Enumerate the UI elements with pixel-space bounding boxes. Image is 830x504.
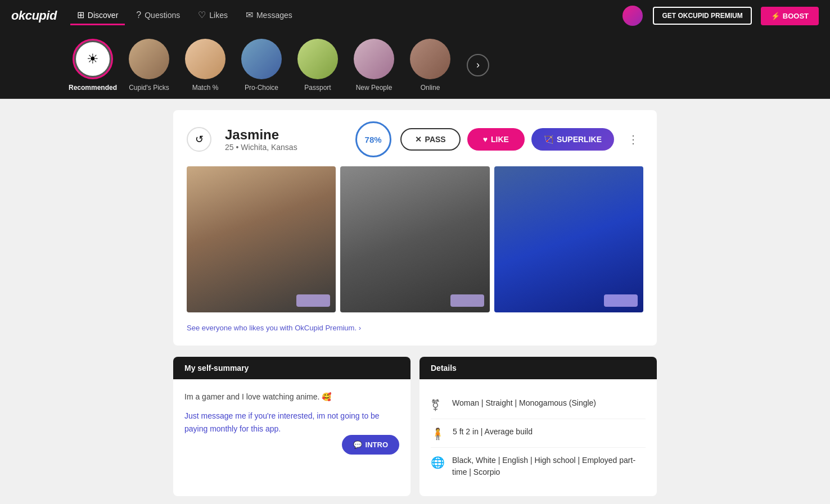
- premium-link[interactable]: See everyone who likes you with OkCupid …: [187, 321, 643, 334]
- match-percent: 78%: [365, 135, 382, 144]
- self-summary-body: Im a gamer and I love watching anime. 🥰 …: [173, 379, 411, 492]
- action-buttons: ✕ PASS ♥ LIKE 🏹 SUPERLIKE: [400, 128, 614, 151]
- pro-choice-label: Pro-Choice: [245, 84, 278, 92]
- passport-thumb: [297, 39, 338, 79]
- likes-icon: ♡: [198, 10, 206, 20]
- premium-button[interactable]: GET OKCUPID PREMIUM: [653, 7, 751, 25]
- cupids-picks-label: Cupid's Picks: [129, 84, 169, 92]
- match-circle: 78%: [355, 121, 391, 157]
- superlike-icon: 🏹: [544, 135, 553, 144]
- recommend-icon: ☀: [76, 42, 110, 76]
- online-label: Online: [421, 84, 440, 92]
- pass-button[interactable]: ✕ PASS: [400, 128, 461, 151]
- profile-card: ↺ Jasmine 25 • Wichita, Kansas 78% ✕ PAS…: [173, 110, 657, 346]
- discover-passport[interactable]: Passport: [292, 39, 343, 92]
- photo-3[interactable]: [494, 166, 643, 312]
- profile-sections: My self-summary Im a gamer and I love wa…: [173, 357, 657, 496]
- boost-button[interactable]: ⚡ BOOST: [761, 7, 819, 25]
- photo-placeholder-3: [494, 166, 643, 312]
- profile-name-block: Jasmine 25 • Wichita, Kansas: [225, 127, 346, 152]
- like-label: LIKE: [491, 135, 509, 144]
- self-summary-header: My self-summary: [173, 357, 411, 379]
- nav-likes[interactable]: ♡ Likes: [191, 6, 234, 25]
- discover-online[interactable]: Online: [405, 39, 455, 92]
- photo-blur-badge-2: [450, 294, 484, 307]
- new-people-label: New People: [356, 84, 393, 92]
- more-options-button[interactable]: ⋮: [623, 128, 643, 151]
- photo-1[interactable]: [187, 166, 336, 312]
- questions-icon: ?: [136, 10, 141, 20]
- detail-row-background: 🌐 Black, White | English | High school |…: [431, 448, 646, 485]
- match-label: Match %: [192, 84, 219, 92]
- online-thumb: [410, 39, 450, 79]
- self-summary-text2: Just message me if you're interested, im…: [184, 410, 399, 435]
- detail-height-text: 5 ft 2 in | Average build: [453, 426, 533, 438]
- photo-placeholder-2: [340, 166, 489, 312]
- discover-bar: ☀ Recommended Cupid's Picks Match % Pro-…: [0, 31, 830, 99]
- nav-messages[interactable]: ✉ Messages: [239, 6, 299, 25]
- nav-discover-label: Discover: [88, 11, 118, 20]
- photo-placeholder-1: [187, 166, 336, 312]
- pro-choice-thumb: [241, 39, 282, 79]
- user-avatar[interactable]: [622, 6, 643, 26]
- match-thumb: [185, 39, 225, 79]
- nav-questions-label: Questions: [145, 11, 180, 20]
- photo-2[interactable]: [340, 166, 489, 312]
- profile-sub: 25 • Wichita, Kansas: [225, 143, 346, 152]
- discover-cupids-picks[interactable]: Cupid's Picks: [124, 39, 174, 92]
- recommended-thumb: ☀: [73, 39, 113, 79]
- boost-label: BOOST: [783, 12, 809, 20]
- details-card: Details ⚧ Woman | Straight | Monogamous …: [419, 357, 657, 496]
- photos-row: [187, 166, 643, 312]
- pass-label: PASS: [425, 135, 446, 144]
- like-heart-icon: ♥: [483, 135, 488, 144]
- pass-x-icon: ✕: [415, 135, 422, 144]
- premium-link-text: See everyone who likes you with OkCupid …: [187, 324, 361, 332]
- main-content: ↺ Jasmine 25 • Wichita, Kansas 78% ✕ PAS…: [162, 99, 668, 504]
- details-header: Details: [419, 357, 657, 379]
- background-icon: 🌐: [431, 456, 444, 469]
- detail-gender-text: Woman | Straight | Monogamous (Single): [452, 397, 596, 409]
- nav-messages-label: Messages: [256, 11, 292, 20]
- nav-likes-label: Likes: [209, 11, 228, 20]
- discover-pro-choice[interactable]: Pro-Choice: [236, 39, 287, 92]
- undo-button[interactable]: ↺: [187, 127, 211, 152]
- new-people-thumb: [354, 39, 394, 79]
- gender-icon: ⚧: [431, 398, 444, 412]
- intro-chat-icon: 💬: [353, 441, 362, 449]
- discover-recommended[interactable]: ☀ Recommended: [67, 39, 118, 92]
- discover-new-people[interactable]: New People: [349, 39, 399, 92]
- profile-location-separator: •: [236, 143, 241, 152]
- passport-label: Passport: [304, 84, 331, 92]
- superlike-button[interactable]: 🏹 SUPERLIKE: [531, 128, 614, 151]
- photo-blur-badge-3: [604, 294, 638, 307]
- navbar: okcupid ⊞ Discover ? Questions ♡ Likes ✉…: [0, 0, 830, 31]
- recommended-label: Recommended: [69, 84, 117, 92]
- intro-button[interactable]: 💬 INTRO: [342, 435, 399, 455]
- self-summary-card: My self-summary Im a gamer and I love wa…: [173, 357, 411, 496]
- self-summary-text1: Im a gamer and I love watching anime. 🥰: [184, 391, 399, 403]
- profile-age: 25: [225, 143, 234, 152]
- app-logo: okcupid: [11, 8, 57, 23]
- discover-next-button[interactable]: ›: [467, 54, 489, 76]
- detail-row-gender: ⚧ Woman | Straight | Monogamous (Single): [431, 391, 646, 419]
- profile-location: Wichita, Kansas: [241, 143, 297, 152]
- discover-icon: ⊞: [77, 10, 84, 20]
- intro-label: INTRO: [366, 441, 388, 449]
- like-button[interactable]: ♥ LIKE: [467, 128, 525, 151]
- cupids-picks-thumb: [129, 39, 169, 79]
- photo-blur-badge-1: [296, 294, 330, 307]
- height-icon: 🧍: [431, 427, 445, 441]
- nav-discover[interactable]: ⊞ Discover: [70, 6, 125, 25]
- nav-questions[interactable]: ? Questions: [129, 7, 187, 25]
- detail-background-text: Black, White | English | High school | E…: [452, 455, 646, 478]
- profile-name: Jasmine: [225, 127, 346, 143]
- messages-icon: ✉: [246, 10, 253, 20]
- superlike-label: SUPERLIKE: [557, 135, 602, 144]
- boost-icon: ⚡: [771, 12, 780, 20]
- profile-header: ↺ Jasmine 25 • Wichita, Kansas 78% ✕ PAS…: [187, 121, 643, 157]
- details-body: ⚧ Woman | Straight | Monogamous (Single)…: [419, 379, 657, 496]
- detail-row-height: 🧍 5 ft 2 in | Average build: [431, 419, 646, 448]
- discover-match[interactable]: Match %: [180, 39, 231, 92]
